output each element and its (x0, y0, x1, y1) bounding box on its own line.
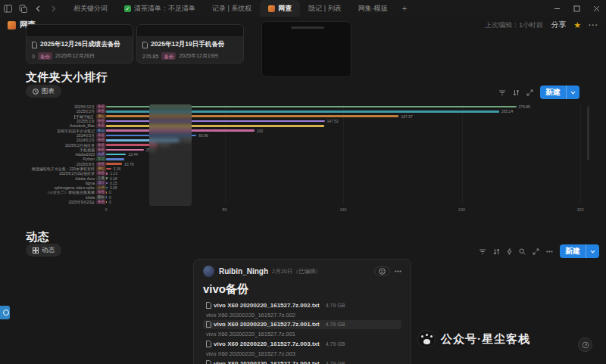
close-icon[interactable] (586, 0, 606, 17)
bar[interactable] (106, 191, 107, 194)
file-name: vivo X60 20200220_161527.7z.002.txt (214, 302, 320, 309)
floating-side-widget[interactable] (0, 306, 10, 319)
more-icon[interactable] (395, 270, 401, 272)
chevron-down-icon[interactable] (566, 86, 579, 99)
row-tag: 备份 (96, 123, 106, 128)
filter-icon[interactable] (479, 248, 486, 255)
tab-5[interactable]: 网集·模版 (350, 0, 396, 17)
gallery-card[interactable]: 2025年12月26日成绩去备份 0 备份 2025年12月26日 (26, 24, 133, 64)
back-icon[interactable] (30, 0, 45, 17)
file-link[interactable]: vivo X60 20200220_161527.7z.002.txt4.79 … (206, 302, 345, 309)
file-name-plain: vivo X60 20200220_161527.7z.001 (206, 331, 295, 338)
forward-icon[interactable] (45, 0, 61, 17)
tab-3[interactable]: 网查 (260, 0, 300, 17)
card-date: 2025年12月26日 (55, 52, 95, 60)
file-name-plain: vivo X60 20200220_161527.7z.003 (206, 350, 295, 357)
expand-icon[interactable] (526, 89, 533, 96)
more-icon[interactable] (546, 250, 553, 253)
bar[interactable] (106, 168, 111, 170)
share-button[interactable]: 分享 (551, 20, 566, 30)
favorite-star-icon[interactable]: ★ (573, 20, 581, 30)
file-icon (206, 302, 211, 309)
chevron-down-icon[interactable] (586, 244, 599, 258)
feed-post-title[interactable]: vivo备份 (203, 282, 401, 297)
bar[interactable] (106, 173, 108, 175)
file-row[interactable]: vivo X60 20200220_161527.7z.002.txt4.79 … (203, 300, 401, 310)
row-name: 2025年1月 (77, 119, 95, 123)
bar[interactable] (106, 177, 108, 179)
row-name: 2025年12月 (74, 104, 95, 109)
more-menu-icon[interactable]: ··· (589, 21, 598, 30)
watermark-text: 公众号·星尘客栈 (441, 332, 530, 347)
tab-1[interactable]: ✓清茶清单：不足清单 (116, 0, 204, 17)
row-name: 茶阅字后前手企业笔记 (57, 129, 95, 133)
file-row[interactable]: vivo X60 20200220_161527.7z.004.txt4.79 … (203, 359, 401, 364)
file-row[interactable]: vivo X60 20200220_161527.7z.001.txt4.79 … (203, 320, 401, 330)
bar-value-label: 147.52 (327, 119, 339, 123)
activity-feed-card[interactable]: Ruibin_Ningh 2月20日（已编辑） vivo备份 vivo X60 … (193, 259, 411, 364)
row-label: Adobe Acro工具 (26, 176, 106, 181)
tabs-overview-icon[interactable] (15, 0, 30, 17)
new-tab-button[interactable]: + (396, 4, 413, 13)
file-row[interactable]: vivo X60 20200220_161527.7z.001 (203, 329, 401, 339)
sort-icon[interactable] (493, 248, 500, 255)
tab-strip: 相关键分词✓清茶清单：不足清单记录 | 系统权网查隐记 | 列表网集·模版 (65, 0, 396, 17)
card-image (137, 25, 243, 37)
gallery-card-image-only[interactable] (261, 21, 351, 77)
file-link[interactable]: vivo X60 20200220_161527.7z.001.txt4.79 … (206, 321, 345, 328)
row-tag: 备份 (96, 138, 106, 142)
view-tab-activity[interactable]: 动态 (26, 244, 61, 257)
titlebar: 相关键分词✓清茶清单：不足清单记录 | 系统权网查隐记 | 列表网集·模版 + (0, 0, 606, 17)
chart-scrollbar[interactable] (587, 106, 589, 160)
page-icon (8, 21, 16, 30)
folder-size-bar-chart: 2025年12月备份276.852025年2月备份265.24【手账字帖】课程1… (26, 104, 580, 216)
add-reaction-button[interactable] (374, 266, 390, 276)
card-count: 0 (32, 54, 35, 59)
row-name: Adobe2023 (75, 152, 95, 157)
bolt-icon[interactable] (507, 248, 512, 255)
tab-0[interactable]: 相关键分词 (65, 0, 116, 17)
filter-icon[interactable] (498, 89, 506, 96)
bar[interactable] (106, 120, 325, 123)
file-row[interactable]: vivo X60 20200220_161527.7z.002 (203, 310, 401, 320)
bar[interactable] (106, 187, 108, 189)
bar[interactable] (106, 158, 124, 160)
tab-4[interactable]: 隐记 | 列表 (300, 0, 349, 17)
bar[interactable] (106, 163, 122, 165)
minimize-icon[interactable] (547, 0, 567, 17)
new-button[interactable]: 新建 (560, 244, 599, 258)
file-link[interactable]: vivo X60 20200220_161527.7z.003.txt4.79 … (206, 341, 345, 347)
sidebar-toggle-icon[interactable] (0, 0, 15, 17)
file-row[interactable]: vivo X60 20200220_161527.7z.003.txt4.79 … (203, 339, 401, 349)
view-tab-chart[interactable]: 图表 (26, 85, 61, 98)
bar[interactable] (106, 149, 144, 151)
row-label: Python学习 (26, 157, 106, 161)
bar[interactable] (106, 125, 324, 127)
new-button[interactable]: 新建 (540, 86, 579, 99)
x-axis-tick: 160 (339, 207, 346, 212)
row-label: 2024年2月备份 (26, 138, 106, 142)
file-link[interactable]: vivo X60 20200220_161527.7z.004.txt4.79 … (206, 360, 345, 364)
row-label: 2025年2月份目录备份 (26, 143, 106, 148)
maximize-icon[interactable] (567, 0, 586, 17)
bar[interactable] (106, 182, 108, 185)
x-axis-tick: 0 (105, 207, 107, 212)
sort-icon[interactable] (513, 89, 520, 96)
x-axis-tick: 80 (222, 207, 226, 212)
floating-badge-button[interactable] (578, 338, 592, 352)
tab-2[interactable]: 记录 | 系统权 (204, 0, 260, 17)
row-name: 《小学生二》课程格言颜真卿 (45, 190, 95, 194)
chart-view-icon (33, 89, 39, 95)
bar[interactable] (106, 154, 126, 156)
card-tag: 备份 (161, 52, 176, 60)
row-tag: 大师 (96, 152, 106, 157)
section-title-activity: 动态 (26, 230, 49, 244)
bar-value-label: 0.18 (110, 176, 117, 181)
gallery-card[interactable]: 2025年12月19日手机备份 276.85 备份 2025年12月19日 (136, 24, 244, 64)
expand-icon[interactable] (533, 248, 539, 255)
file-row[interactable]: vivo X60 20200220_161527.7z.003 (203, 349, 401, 359)
bar[interactable] (106, 196, 107, 198)
search-icon[interactable] (519, 248, 526, 255)
file-list: vivo X60 20200220_161527.7z.002.txt4.79 … (203, 300, 401, 364)
bar[interactable] (106, 201, 107, 204)
